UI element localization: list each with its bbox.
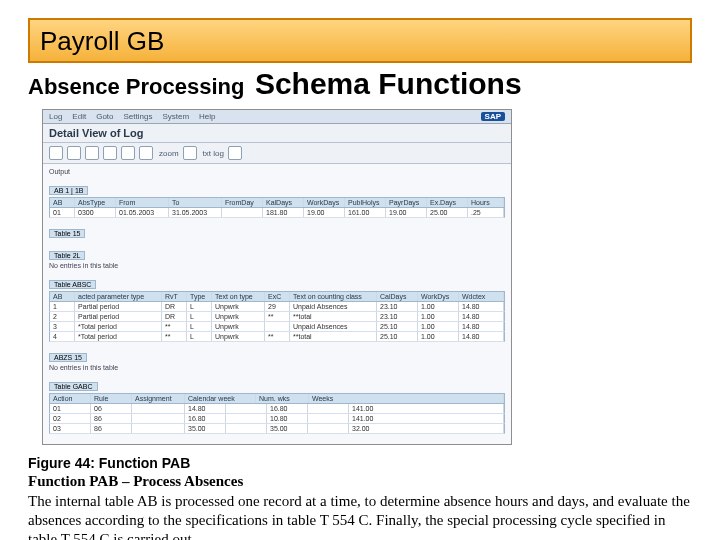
cell: Partial period <box>75 312 162 321</box>
cell: L <box>187 322 212 331</box>
col-h: Action <box>50 394 91 403</box>
cell: 14.80 <box>459 322 504 331</box>
cell <box>226 414 267 423</box>
menu-item[interactable]: System <box>162 112 189 121</box>
sap-window-title: Detail View of Log <box>43 124 511 143</box>
cell: 06 <box>91 404 132 413</box>
menu-item[interactable]: Edit <box>72 112 86 121</box>
col-h: Weeks <box>309 394 504 403</box>
table-row: 1Partial periodDRLUnpwrk29Unpaid Absence… <box>49 302 505 312</box>
col-h: Type <box>187 292 212 301</box>
table-row: 2Partial periodDRLUnpwrk****total23.101.… <box>49 312 505 322</box>
col-h: Rule <box>91 394 132 403</box>
cell: Unpwrk <box>212 332 265 341</box>
menu-item[interactable]: Help <box>199 112 215 121</box>
cell: 14.80 <box>185 404 226 413</box>
col-h: AbsType <box>75 198 116 207</box>
col-h: Num. wks <box>256 394 309 403</box>
subtitle-a: Absence Processing <box>28 74 244 99</box>
toolbar-button[interactable] <box>67 146 81 160</box>
subtitle-b: Schema Functions <box>255 67 522 100</box>
table2l-section: Table 2L No entries in this table <box>49 244 505 269</box>
sap-screenshot: Log Edit Goto Settings System Help SAP D… <box>42 109 512 445</box>
cell: 01.05.2003 <box>116 208 169 217</box>
cell: ** <box>162 332 187 341</box>
col-h: WorkDys <box>418 292 459 301</box>
gabc-label: Table GABC <box>49 382 98 391</box>
menu-item[interactable]: Settings <box>124 112 153 121</box>
cell <box>132 404 185 413</box>
table15-section: Table 15 <box>49 222 505 240</box>
cell: *Total period <box>75 322 162 331</box>
toolbar-button[interactable] <box>85 146 99 160</box>
cell: **total <box>290 312 377 321</box>
output-label: Output <box>49 168 505 175</box>
toolbar-button[interactable] <box>183 146 197 160</box>
toolbar-button[interactable] <box>103 146 117 160</box>
cell: 2 <box>50 312 75 321</box>
cell <box>132 414 185 423</box>
cell: .25 <box>468 208 504 217</box>
cell: Unpaid Absences <box>290 302 377 311</box>
cell <box>308 424 349 433</box>
col-h: FromDay <box>222 198 263 207</box>
cell <box>222 208 263 217</box>
page-title: Payroll GB <box>40 26 680 57</box>
cell <box>308 414 349 423</box>
table2l-label: Table 2L <box>49 251 85 260</box>
col-h: WorkDays <box>304 198 345 207</box>
table-row: 4*Total period**LUnpwrk****total25.101.0… <box>49 332 505 342</box>
cell: 0300 <box>75 208 116 217</box>
cell: ** <box>162 322 187 331</box>
toolbar-button[interactable] <box>121 146 135 160</box>
menu-item[interactable]: Log <box>49 112 62 121</box>
cell: 1.00 <box>418 302 459 311</box>
cell: 10.80 <box>267 414 308 423</box>
col-h: CalDays <box>377 292 418 301</box>
col-h: AB <box>50 198 75 207</box>
cell: Partial period <box>75 302 162 311</box>
cell: 14.80 <box>459 332 504 341</box>
cell: Unpwrk <box>212 312 265 321</box>
col-h: Wdctex <box>459 292 504 301</box>
toolbar-button[interactable] <box>139 146 153 160</box>
cell <box>226 404 267 413</box>
gabc-section: Table GABC Action Rule Assignment Calend… <box>49 375 505 434</box>
menu-item[interactable]: Goto <box>96 112 113 121</box>
cell: 14.80 <box>459 302 504 311</box>
col-h: Hours <box>468 198 504 207</box>
cell: 86 <box>91 414 132 423</box>
absc-label: Table ABSC <box>49 280 96 289</box>
cell <box>265 322 290 331</box>
toolbar-button[interactable] <box>228 146 242 160</box>
page-title-box: Payroll GB <box>28 18 692 63</box>
cell: 35.00 <box>267 424 308 433</box>
cell: 4 <box>50 332 75 341</box>
col-h: RvT <box>162 292 187 301</box>
ab-data-row: 01 0300 01.05.2003 31.05.2003 181.80 19.… <box>49 208 505 218</box>
cell: 141.00 <box>349 414 504 423</box>
cell: 1.00 <box>418 332 459 341</box>
cell: 23.10 <box>377 312 418 321</box>
col-h: PayrDays <box>386 198 427 207</box>
col-h: Text on type <box>212 292 265 301</box>
cell: 01 <box>50 208 75 217</box>
cell: 86 <box>91 424 132 433</box>
cell: 14.80 <box>459 312 504 321</box>
body-text: The internal table AB is processed one r… <box>28 492 692 540</box>
cell: 29 <box>265 302 290 311</box>
cell: Unpwrk <box>212 322 265 331</box>
toolbar-button[interactable] <box>49 146 63 160</box>
cell: 19.00 <box>386 208 427 217</box>
col-h: Calendar week <box>185 394 256 403</box>
col-h: ExC <box>265 292 290 301</box>
abzs-label: ABZS 15 <box>49 353 87 362</box>
cell: Unpwrk <box>212 302 265 311</box>
cell: 31.05.2003 <box>169 208 222 217</box>
cell: 03 <box>50 424 91 433</box>
col-h: Ex.Days <box>427 198 468 207</box>
cell: ** <box>265 332 290 341</box>
col-h: Text on counting class <box>290 292 377 301</box>
sap-menubar: Log Edit Goto Settings System Help SAP <box>43 110 511 124</box>
cell <box>308 404 349 413</box>
